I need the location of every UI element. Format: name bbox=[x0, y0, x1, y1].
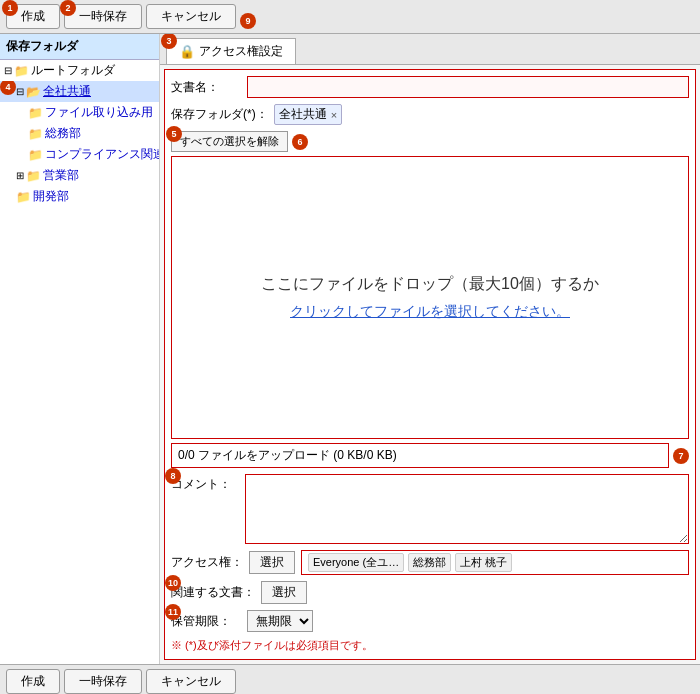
upload-status-row: 0/0 ファイルをアップロード (0 KB/0 KB) 7 bbox=[171, 443, 689, 468]
access-row: アクセス権： 選択 Everyone (全ユ… 総務部 上村 桃子 bbox=[171, 550, 689, 575]
create-btn-wrapper: 1 作成 bbox=[6, 4, 60, 29]
badge-10: 10 bbox=[165, 575, 181, 591]
sidebar-label-eigyo: 営業部 bbox=[43, 167, 79, 184]
lock-icon: 🔒 bbox=[179, 44, 195, 59]
folder-tag-close[interactable]: × bbox=[331, 109, 337, 121]
related-label: 関連する文書： bbox=[171, 584, 255, 601]
folder-icon-root: 📁 bbox=[14, 64, 29, 78]
sidebar-item-root[interactable]: ⊟ 📁 ルートフォルダ bbox=[0, 60, 159, 81]
retention-row: 11 保管期限： 無期限 1年 3年 5年 10年 bbox=[171, 610, 689, 632]
sidebar-label-compliance: コンプライアンス関連 bbox=[45, 146, 159, 163]
upload-section: 5 すべての選択を解除 6 ここにファイルをドロップ（最大10個）するか クリッ… bbox=[171, 131, 689, 468]
folder-icon-kaihatsu: 📁 bbox=[16, 190, 31, 204]
badge-11: 11 bbox=[165, 604, 181, 620]
doc-name-row: 文書名： bbox=[171, 76, 689, 98]
comment-textarea[interactable] bbox=[245, 474, 689, 544]
folder-icon-eigyo: 📁 bbox=[26, 169, 41, 183]
doc-name-input[interactable] bbox=[247, 76, 689, 98]
badge-9-top: 9 bbox=[240, 13, 256, 29]
sidebar-item-kaihatsu[interactable]: 📁 開発部 bbox=[0, 186, 159, 207]
create-button-bottom[interactable]: 作成 bbox=[6, 669, 60, 694]
badge-7: 7 bbox=[673, 448, 689, 464]
retention-label: 保管期限： bbox=[171, 613, 241, 630]
dropzone[interactable]: ここにファイルをドロップ（最大10個）するか クリックしてファイルを選択してくだ… bbox=[171, 156, 689, 439]
access-tab[interactable]: 3 🔒 アクセス権設定 bbox=[166, 38, 296, 64]
access-label: アクセス権： bbox=[171, 554, 243, 571]
create-btn-bottom-wrapper: 作成 bbox=[6, 669, 60, 694]
folder-tag: 全社共通 × bbox=[274, 104, 342, 125]
cancel-button-bottom[interactable]: キャンセル bbox=[146, 669, 236, 694]
sidebar-label-kaihatsu: 開発部 bbox=[33, 188, 69, 205]
required-note: ※ (*)及び添付ファイルは必須項目です。 bbox=[171, 638, 689, 653]
dropzone-link[interactable]: クリックしてファイルを選択してください。 bbox=[290, 303, 570, 321]
sidebar-label-root: ルートフォルダ bbox=[31, 62, 115, 79]
folder-icon-somubu: 📁 bbox=[28, 127, 43, 141]
folder-icon-compliance: 📁 bbox=[28, 148, 43, 162]
deselect-button[interactable]: 5 すべての選択を解除 bbox=[171, 131, 288, 152]
expand-icon-root: ⊟ bbox=[4, 65, 12, 76]
related-select-button[interactable]: 選択 bbox=[261, 581, 307, 604]
access-tag-somu: 総務部 bbox=[408, 553, 451, 572]
folder-tag-text: 全社共通 bbox=[279, 106, 327, 123]
doc-name-label: 文書名： bbox=[171, 79, 241, 96]
sidebar: 保存フォルダ ⊟ 📁 ルートフォルダ 4 ⊟ 📂 全社共通 📁 ファイル取り込み… bbox=[0, 34, 160, 664]
form-area: 文書名： 保存フォルダ(*)： 全社共通 × 5 すべての選択を解除 6 bbox=[164, 69, 696, 660]
access-tab-bar: 3 🔒 アクセス権設定 bbox=[160, 34, 700, 65]
content-area: 3 🔒 アクセス権設定 文書名： 保存フォルダ(*)： 全社共通 × bbox=[160, 34, 700, 664]
access-tab-label: アクセス権設定 bbox=[199, 43, 283, 60]
temp-save-btn-wrapper: 2 一時保存 bbox=[64, 4, 142, 29]
badge-3: 3 bbox=[161, 34, 177, 49]
folder-icon-zensya: 📂 bbox=[26, 85, 41, 99]
folder-icon-torikomi: 📁 bbox=[28, 106, 43, 120]
sidebar-label-somubu: 総務部 bbox=[45, 125, 81, 142]
sidebar-label-zensya: 全社共通 bbox=[43, 83, 91, 100]
comment-section: 8 コメント： bbox=[171, 474, 689, 544]
sidebar-item-somubu[interactable]: 📁 総務部 bbox=[0, 123, 159, 144]
sidebar-item-zensya[interactable]: 4 ⊟ 📂 全社共通 bbox=[0, 81, 159, 102]
sidebar-item-compliance[interactable]: 📁 コンプライアンス関連 bbox=[0, 144, 159, 165]
sidebar-item-eigyobu[interactable]: ⊞ 📁 営業部 bbox=[0, 165, 159, 186]
badge-4: 4 bbox=[0, 81, 16, 95]
upload-status: 0/0 ファイルをアップロード (0 KB/0 KB) bbox=[171, 443, 669, 468]
sidebar-title: 保存フォルダ bbox=[0, 34, 159, 60]
access-tag-everyone: Everyone (全ユ… bbox=[308, 553, 404, 572]
access-tag-user: 上村 桃子 bbox=[455, 553, 512, 572]
related-row: 10 関連する文書： 選択 bbox=[171, 581, 689, 604]
badge-2: 2 bbox=[60, 0, 76, 16]
access-select-button[interactable]: 選択 bbox=[249, 551, 295, 574]
badge-1: 1 bbox=[2, 0, 18, 16]
expand-icon-zensya: ⊟ bbox=[16, 86, 24, 97]
toolbar-bottom: 作成 一時保存 キャンセル bbox=[0, 664, 700, 694]
badge-6: 6 bbox=[292, 134, 308, 150]
toolbar-top: 1 作成 2 一時保存 キャンセル 9 bbox=[0, 0, 700, 34]
retention-select[interactable]: 無期限 1年 3年 5年 10年 bbox=[247, 610, 313, 632]
folder-label: 保存フォルダ(*)： bbox=[171, 106, 268, 123]
sidebar-item-torikomi[interactable]: 📁 ファイル取り込み用 bbox=[0, 102, 159, 123]
deselect-label: すべての選択を解除 bbox=[180, 135, 279, 147]
expand-icon-eigyo: ⊞ bbox=[16, 170, 24, 181]
folder-row: 保存フォルダ(*)： 全社共通 × bbox=[171, 104, 689, 125]
deselect-row: 5 すべての選択を解除 6 bbox=[171, 131, 689, 152]
sidebar-label-torikomi: ファイル取り込み用 bbox=[45, 104, 153, 121]
badge-5: 5 bbox=[166, 126, 182, 142]
access-tags-container: Everyone (全ユ… 総務部 上村 桃子 bbox=[301, 550, 689, 575]
main-container: 保存フォルダ ⊟ 📁 ルートフォルダ 4 ⊟ 📂 全社共通 📁 ファイル取り込み… bbox=[0, 34, 700, 664]
badge-8: 8 bbox=[165, 468, 181, 484]
temp-save-button-bottom[interactable]: 一時保存 bbox=[64, 669, 142, 694]
dropzone-text: ここにファイルをドロップ（最大10個）するか bbox=[261, 274, 599, 295]
cancel-button-top[interactable]: キャンセル bbox=[146, 4, 236, 29]
comment-label: コメント： bbox=[171, 474, 241, 544]
